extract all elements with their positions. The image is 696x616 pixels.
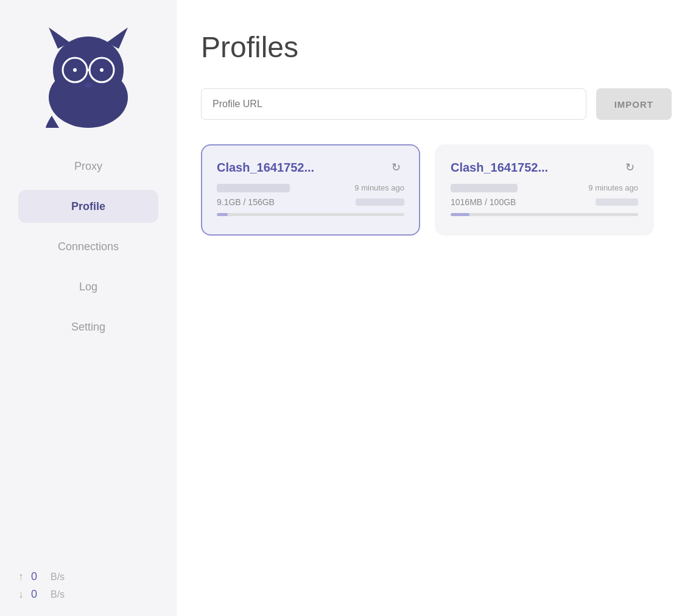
download-row: ↓ 0 B/s xyxy=(18,588,158,601)
card-1-progress-fill xyxy=(217,213,228,216)
status-bar: ↑ 0 B/s ↓ 0 B/s xyxy=(0,555,177,616)
card-2-header: Clash_1641752... ↻ xyxy=(451,159,638,176)
svg-point-10 xyxy=(100,68,104,72)
card-1-timestamp: 9 minutes ago xyxy=(354,183,404,192)
profile-card-1[interactable]: Clash_1641752... ↻ 9 minutes ago 9.1GB /… xyxy=(201,144,420,236)
download-unit: B/s xyxy=(51,589,65,600)
card-2-title: Clash_1641752... xyxy=(451,161,548,175)
app-logo xyxy=(33,18,143,128)
card-2-usage: 1016MB / 100GB xyxy=(451,197,516,207)
card-1-blurred-url xyxy=(217,184,290,192)
profile-card-2[interactable]: Clash_1641752... ↻ 9 minutes ago 1016MB … xyxy=(435,144,654,236)
svg-point-11 xyxy=(85,83,92,88)
download-value: 0 xyxy=(31,588,43,601)
download-arrow-icon: ↓ xyxy=(18,588,24,601)
sidebar-item-connections[interactable]: Connections xyxy=(18,230,158,263)
sidebar: Proxy Profile Connections Log Setting ↑ … xyxy=(0,0,177,616)
main-content: Profiles IMPORT Clash_1641752... ↻ 9 min… xyxy=(177,0,696,616)
card-1-blurred-extra xyxy=(356,198,404,206)
card-1-usage: 9.1GB / 156GB xyxy=(217,197,275,207)
card-2-usage-row: 1016MB / 100GB xyxy=(451,197,638,207)
profile-url-input[interactable] xyxy=(201,88,586,120)
refresh-icon-2[interactable]: ↻ xyxy=(621,159,638,176)
upload-row: ↑ 0 B/s xyxy=(18,570,158,583)
card-1-title: Clash_1641752... xyxy=(217,161,314,175)
refresh-icon-1[interactable]: ↻ xyxy=(387,159,404,176)
import-button[interactable]: IMPORT xyxy=(596,88,672,120)
nav-menu: Proxy Profile Connections Log Setting xyxy=(0,146,177,347)
sidebar-item-proxy[interactable]: Proxy xyxy=(18,150,158,183)
profiles-grid: Clash_1641752... ↻ 9 minutes ago 9.1GB /… xyxy=(201,144,672,236)
sidebar-item-log[interactable]: Log xyxy=(18,270,158,303)
card-1-meta: 9 minutes ago xyxy=(217,183,404,192)
card-2-blurred-url xyxy=(451,184,518,192)
svg-point-9 xyxy=(73,68,77,72)
card-2-timestamp: 9 minutes ago xyxy=(588,183,638,192)
card-2-meta: 9 minutes ago xyxy=(451,183,638,192)
sidebar-item-profile[interactable]: Profile xyxy=(18,190,158,223)
url-bar-row: IMPORT xyxy=(201,88,672,120)
card-2-progress-bg xyxy=(451,213,638,216)
card-2-blurred-extra xyxy=(596,198,638,206)
sidebar-item-setting[interactable]: Setting xyxy=(18,310,158,343)
card-1-progress-bg xyxy=(217,213,404,216)
page-title: Profiles xyxy=(201,30,672,64)
logo-area xyxy=(0,0,177,140)
upload-unit: B/s xyxy=(51,572,65,583)
card-1-header: Clash_1641752... ↻ xyxy=(217,159,404,176)
card-1-usage-row: 9.1GB / 156GB xyxy=(217,197,404,207)
upload-arrow-icon: ↑ xyxy=(18,570,24,583)
upload-value: 0 xyxy=(31,570,43,583)
card-2-progress-fill xyxy=(451,213,469,216)
